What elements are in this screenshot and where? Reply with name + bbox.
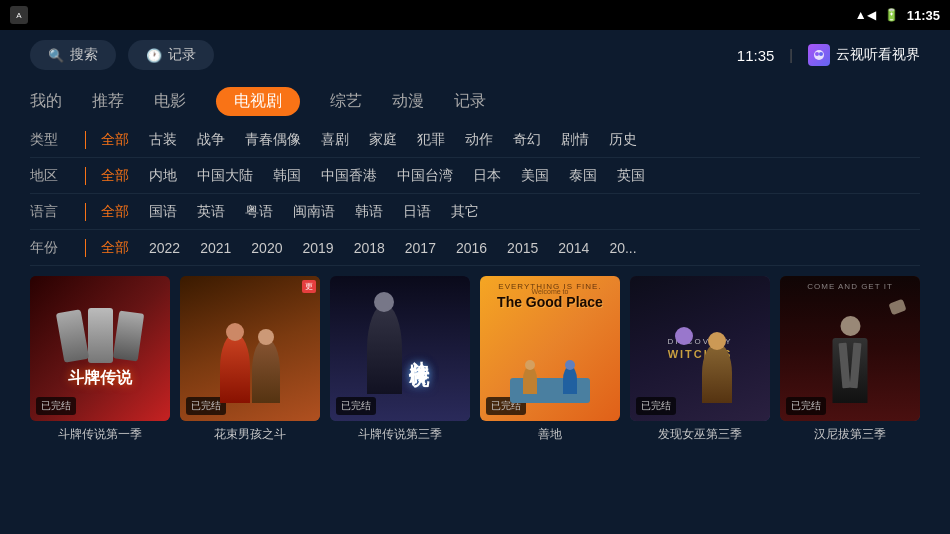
- filter-year-2018[interactable]: 2018: [354, 240, 385, 256]
- svg-point-2: [819, 52, 823, 56]
- filter-language-label: 语言: [30, 203, 70, 221]
- search-button[interactable]: 🔍 搜索: [30, 40, 116, 70]
- filter-lang-cantonese[interactable]: 粤语: [245, 203, 273, 221]
- content-item-5[interactable]: DISCOVERY WITCHES 已完结 发现女巫第三季: [630, 276, 770, 443]
- tab-recommend[interactable]: 推荐: [92, 87, 124, 116]
- content-item-6[interactable]: COME AND GET IT 已完结 汉尼拔第三季: [780, 276, 920, 443]
- history-label: 记录: [168, 46, 196, 64]
- content-grid: 斗牌传说 已完结 斗牌传说第一季 更 已完结: [0, 266, 950, 443]
- card-bg-1: 斗牌传说 已完结: [30, 276, 170, 421]
- filter-row-type: 类型 全部 古装 战争 青春偶像 喜剧 家庭 犯罪 动作 奇幻 剧情 历史: [30, 122, 920, 158]
- history-button[interactable]: 🕐 记录: [128, 40, 214, 70]
- filter-lang-korean[interactable]: 韩语: [355, 203, 383, 221]
- filter-year-options: 全部 2022 2021 2020 2019 2018 2017 2016 20…: [101, 239, 637, 257]
- filter-region-us[interactable]: 美国: [521, 167, 549, 185]
- filter-lang-other[interactable]: 其它: [451, 203, 479, 221]
- filter-type-family[interactable]: 家庭: [369, 131, 397, 149]
- category-tabs: 我的 推荐 电影 电视剧 综艺 动漫 记录: [0, 80, 950, 122]
- filter-type-all[interactable]: 全部: [101, 131, 129, 149]
- card-bg-2: 更 已完结: [180, 276, 320, 421]
- filter-year-2019[interactable]: 2019: [302, 240, 333, 256]
- tab-anime[interactable]: 动漫: [392, 87, 424, 116]
- content-item-3[interactable]: 斗牌传说 已完结 斗牌传说第三季: [330, 276, 470, 443]
- filter-row-year: 年份 全部 2022 2021 2020 2019 2018 2017 2016…: [30, 230, 920, 266]
- tab-variety[interactable]: 综艺: [330, 87, 362, 116]
- tab-mine[interactable]: 我的: [30, 87, 62, 116]
- card-title-2: 花束男孩之斗: [180, 426, 320, 443]
- filter-lang-japanese[interactable]: 日语: [403, 203, 431, 221]
- filter-language-options: 全部 国语 英语 粤语 闽南语 韩语 日语 其它: [101, 203, 479, 221]
- filter-year-2021[interactable]: 2021: [200, 240, 231, 256]
- tab-history[interactable]: 记录: [454, 87, 486, 116]
- filter-year-2017[interactable]: 2017: [405, 240, 436, 256]
- filter-type-war[interactable]: 战争: [197, 131, 225, 149]
- filter-type-crime[interactable]: 犯罪: [417, 131, 445, 149]
- come-get-it-text: COME AND GET IT: [780, 282, 920, 291]
- filter-region-all[interactable]: 全部: [101, 167, 129, 185]
- search-icon: 🔍: [48, 48, 64, 63]
- tab-tv[interactable]: 电视剧: [216, 87, 300, 116]
- filter-type-fantasy[interactable]: 奇幻: [513, 131, 541, 149]
- filter-type-drama[interactable]: 剧情: [561, 131, 589, 149]
- filter-year-2015[interactable]: 2015: [507, 240, 538, 256]
- filter-year-2014[interactable]: 2014: [558, 240, 589, 256]
- nav-right: 11:35 | 云视听看视界: [737, 44, 920, 66]
- content-item-2[interactable]: 更 已完结 花束男孩之斗: [180, 276, 320, 443]
- filter-region-uk[interactable]: 英国: [617, 167, 645, 185]
- filter-year-2022[interactable]: 2022: [149, 240, 180, 256]
- filter-lang-all[interactable]: 全部: [101, 203, 129, 221]
- filters: 类型 全部 古装 战争 青春偶像 喜剧 家庭 犯罪 动作 奇幻 剧情 历史 地区…: [0, 122, 950, 266]
- filter-year-label: 年份: [30, 239, 70, 257]
- filter-year-more[interactable]: 20...: [609, 240, 636, 256]
- cloud-service-icon: [808, 44, 830, 66]
- filter-region-options: 全部 内地 中国大陆 韩国 中国香港 中国台湾 日本 美国 泰国 英国: [101, 167, 645, 185]
- filter-type-action[interactable]: 动作: [465, 131, 493, 149]
- filter-region-thai[interactable]: 泰国: [569, 167, 597, 185]
- content-item-4[interactable]: Everything is fine. Welcome to The Good …: [480, 276, 620, 443]
- cloud-service[interactable]: 云视听看视界: [808, 44, 920, 66]
- content-card-6: COME AND GET IT 已完结: [780, 276, 920, 421]
- card-3-title: 斗牌传说: [407, 345, 434, 353]
- tab-movie[interactable]: 电影: [154, 87, 186, 116]
- content-card-2: 更 已完结: [180, 276, 320, 421]
- filter-type-options: 全部 古装 战争 青春偶像 喜剧 家庭 犯罪 动作 奇幻 剧情 历史: [101, 131, 637, 149]
- card-title-1: 斗牌传说第一季: [30, 426, 170, 443]
- filter-type-idol[interactable]: 青春偶像: [245, 131, 301, 149]
- filter-region-label: 地区: [30, 167, 70, 185]
- status-time: 11:35: [907, 8, 940, 23]
- card-title-5: 发现女巫第三季: [630, 426, 770, 443]
- content-card-5: DISCOVERY WITCHES 已完结: [630, 276, 770, 421]
- filter-region-china[interactable]: 中国大陆: [197, 167, 253, 185]
- content-card-1: 斗牌传说 已完结: [30, 276, 170, 421]
- card-badge-2: 更: [302, 280, 316, 293]
- filter-lang-mandarin[interactable]: 国语: [149, 203, 177, 221]
- nav-time: 11:35: [737, 47, 775, 64]
- card-title-6: 汉尼拔第三季: [780, 426, 920, 443]
- filter-type-history[interactable]: 历史: [609, 131, 637, 149]
- filter-lang-english[interactable]: 英语: [197, 203, 225, 221]
- filter-year-2020[interactable]: 2020: [251, 240, 282, 256]
- filter-divider-3: [85, 203, 86, 221]
- content-card-4: Everything is fine. Welcome to The Good …: [480, 276, 620, 421]
- filter-region-hk[interactable]: 中国香港: [321, 167, 377, 185]
- filter-region-tw[interactable]: 中国台湾: [397, 167, 453, 185]
- filter-year-2016[interactable]: 2016: [456, 240, 487, 256]
- card-bg-4: Everything is fine. Welcome to The Good …: [480, 276, 620, 421]
- card-title-4: 善地: [480, 426, 620, 443]
- card-title-3: 斗牌传说第三季: [330, 426, 470, 443]
- svg-point-1: [815, 52, 819, 56]
- history-icon: 🕐: [146, 48, 162, 63]
- filter-lang-minnan[interactable]: 闽南语: [293, 203, 335, 221]
- status-bar-right: ▲◀ 🔋 11:35: [855, 8, 940, 23]
- nav-buttons: 🔍 搜索 🕐 记录: [30, 40, 214, 70]
- filter-region-korea[interactable]: 韩国: [273, 167, 301, 185]
- filter-region-mainland[interactable]: 内地: [149, 167, 177, 185]
- filter-type-ancient[interactable]: 古装: [149, 131, 177, 149]
- nav-divider: |: [789, 47, 793, 63]
- filter-type-comedy[interactable]: 喜剧: [321, 131, 349, 149]
- filter-year-all[interactable]: 全部: [101, 239, 129, 257]
- status-tag-6: 已完结: [786, 397, 826, 415]
- battery-icon: 🔋: [884, 8, 899, 22]
- filter-region-japan[interactable]: 日本: [473, 167, 501, 185]
- content-item-1[interactable]: 斗牌传说 已完结 斗牌传说第一季: [30, 276, 170, 443]
